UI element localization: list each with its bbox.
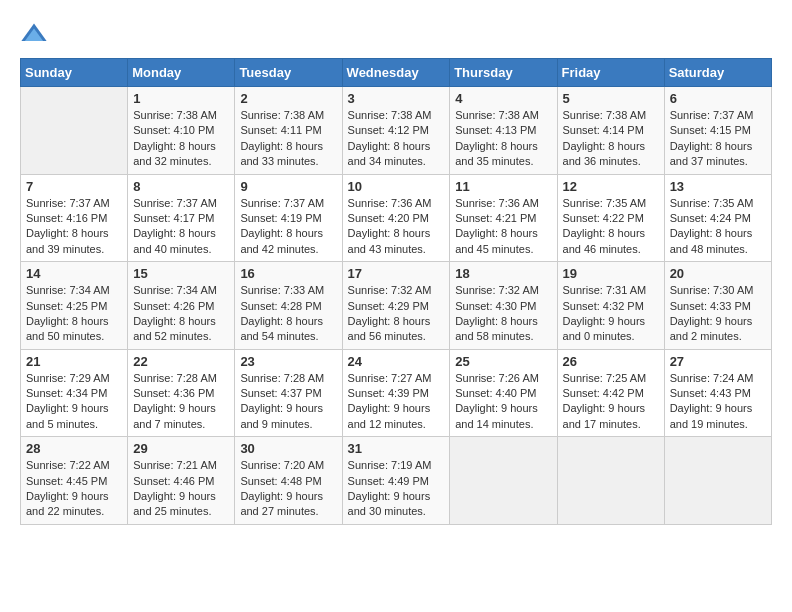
day-info: Sunrise: 7:36 AM Sunset: 4:21 PM Dayligh…	[455, 196, 551, 258]
calendar-cell: 25Sunrise: 7:26 AM Sunset: 4:40 PM Dayli…	[450, 349, 557, 437]
calendar-cell: 17Sunrise: 7:32 AM Sunset: 4:29 PM Dayli…	[342, 262, 450, 350]
calendar-cell: 29Sunrise: 7:21 AM Sunset: 4:46 PM Dayli…	[128, 437, 235, 525]
day-info: Sunrise: 7:38 AM Sunset: 4:11 PM Dayligh…	[240, 108, 336, 170]
day-info: Sunrise: 7:34 AM Sunset: 4:25 PM Dayligh…	[26, 283, 122, 345]
day-info: Sunrise: 7:26 AM Sunset: 4:40 PM Dayligh…	[455, 371, 551, 433]
calendar-table: SundayMondayTuesdayWednesdayThursdayFrid…	[20, 58, 772, 525]
day-number: 29	[133, 441, 229, 456]
day-info: Sunrise: 7:30 AM Sunset: 4:33 PM Dayligh…	[670, 283, 766, 345]
calendar-cell: 16Sunrise: 7:33 AM Sunset: 4:28 PM Dayli…	[235, 262, 342, 350]
day-info: Sunrise: 7:37 AM Sunset: 4:15 PM Dayligh…	[670, 108, 766, 170]
calendar-week-row: 1Sunrise: 7:38 AM Sunset: 4:10 PM Daylig…	[21, 87, 772, 175]
day-number: 22	[133, 354, 229, 369]
day-info: Sunrise: 7:25 AM Sunset: 4:42 PM Dayligh…	[563, 371, 659, 433]
calendar-cell: 9Sunrise: 7:37 AM Sunset: 4:19 PM Daylig…	[235, 174, 342, 262]
calendar-cell: 6Sunrise: 7:37 AM Sunset: 4:15 PM Daylig…	[664, 87, 771, 175]
calendar-week-row: 7Sunrise: 7:37 AM Sunset: 4:16 PM Daylig…	[21, 174, 772, 262]
day-number: 14	[26, 266, 122, 281]
day-info: Sunrise: 7:27 AM Sunset: 4:39 PM Dayligh…	[348, 371, 445, 433]
day-info: Sunrise: 7:22 AM Sunset: 4:45 PM Dayligh…	[26, 458, 122, 520]
day-info: Sunrise: 7:32 AM Sunset: 4:30 PM Dayligh…	[455, 283, 551, 345]
calendar-cell: 2Sunrise: 7:38 AM Sunset: 4:11 PM Daylig…	[235, 87, 342, 175]
day-info: Sunrise: 7:19 AM Sunset: 4:49 PM Dayligh…	[348, 458, 445, 520]
calendar-week-row: 14Sunrise: 7:34 AM Sunset: 4:25 PM Dayli…	[21, 262, 772, 350]
day-info: Sunrise: 7:38 AM Sunset: 4:10 PM Dayligh…	[133, 108, 229, 170]
calendar-cell: 19Sunrise: 7:31 AM Sunset: 4:32 PM Dayli…	[557, 262, 664, 350]
calendar-cell: 22Sunrise: 7:28 AM Sunset: 4:36 PM Dayli…	[128, 349, 235, 437]
calendar-header-wednesday: Wednesday	[342, 59, 450, 87]
day-number: 11	[455, 179, 551, 194]
calendar-cell: 7Sunrise: 7:37 AM Sunset: 4:16 PM Daylig…	[21, 174, 128, 262]
day-info: Sunrise: 7:35 AM Sunset: 4:24 PM Dayligh…	[670, 196, 766, 258]
day-info: Sunrise: 7:24 AM Sunset: 4:43 PM Dayligh…	[670, 371, 766, 433]
day-info: Sunrise: 7:28 AM Sunset: 4:37 PM Dayligh…	[240, 371, 336, 433]
day-info: Sunrise: 7:33 AM Sunset: 4:28 PM Dayligh…	[240, 283, 336, 345]
day-info: Sunrise: 7:32 AM Sunset: 4:29 PM Dayligh…	[348, 283, 445, 345]
calendar-header-monday: Monday	[128, 59, 235, 87]
calendar-cell: 27Sunrise: 7:24 AM Sunset: 4:43 PM Dayli…	[664, 349, 771, 437]
calendar-cell: 30Sunrise: 7:20 AM Sunset: 4:48 PM Dayli…	[235, 437, 342, 525]
day-number: 28	[26, 441, 122, 456]
calendar-cell: 24Sunrise: 7:27 AM Sunset: 4:39 PM Dayli…	[342, 349, 450, 437]
day-info: Sunrise: 7:38 AM Sunset: 4:14 PM Dayligh…	[563, 108, 659, 170]
calendar-cell: 5Sunrise: 7:38 AM Sunset: 4:14 PM Daylig…	[557, 87, 664, 175]
day-number: 30	[240, 441, 336, 456]
day-number: 20	[670, 266, 766, 281]
calendar-header-tuesday: Tuesday	[235, 59, 342, 87]
day-info: Sunrise: 7:20 AM Sunset: 4:48 PM Dayligh…	[240, 458, 336, 520]
calendar-cell: 31Sunrise: 7:19 AM Sunset: 4:49 PM Dayli…	[342, 437, 450, 525]
day-info: Sunrise: 7:34 AM Sunset: 4:26 PM Dayligh…	[133, 283, 229, 345]
day-number: 16	[240, 266, 336, 281]
calendar-cell: 13Sunrise: 7:35 AM Sunset: 4:24 PM Dayli…	[664, 174, 771, 262]
calendar-cell: 23Sunrise: 7:28 AM Sunset: 4:37 PM Dayli…	[235, 349, 342, 437]
calendar-header-thursday: Thursday	[450, 59, 557, 87]
day-info: Sunrise: 7:38 AM Sunset: 4:13 PM Dayligh…	[455, 108, 551, 170]
calendar-week-row: 21Sunrise: 7:29 AM Sunset: 4:34 PM Dayli…	[21, 349, 772, 437]
day-number: 23	[240, 354, 336, 369]
calendar-cell: 8Sunrise: 7:37 AM Sunset: 4:17 PM Daylig…	[128, 174, 235, 262]
day-number: 2	[240, 91, 336, 106]
calendar-cell: 18Sunrise: 7:32 AM Sunset: 4:30 PM Dayli…	[450, 262, 557, 350]
calendar-cell	[664, 437, 771, 525]
day-number: 18	[455, 266, 551, 281]
calendar-cell: 4Sunrise: 7:38 AM Sunset: 4:13 PM Daylig…	[450, 87, 557, 175]
day-number: 17	[348, 266, 445, 281]
day-number: 27	[670, 354, 766, 369]
calendar-cell: 12Sunrise: 7:35 AM Sunset: 4:22 PM Dayli…	[557, 174, 664, 262]
calendar-cell: 26Sunrise: 7:25 AM Sunset: 4:42 PM Dayli…	[557, 349, 664, 437]
day-info: Sunrise: 7:31 AM Sunset: 4:32 PM Dayligh…	[563, 283, 659, 345]
day-info: Sunrise: 7:37 AM Sunset: 4:19 PM Dayligh…	[240, 196, 336, 258]
day-number: 5	[563, 91, 659, 106]
calendar-cell: 3Sunrise: 7:38 AM Sunset: 4:12 PM Daylig…	[342, 87, 450, 175]
day-number: 24	[348, 354, 445, 369]
calendar-cell: 10Sunrise: 7:36 AM Sunset: 4:20 PM Dayli…	[342, 174, 450, 262]
calendar-cell: 28Sunrise: 7:22 AM Sunset: 4:45 PM Dayli…	[21, 437, 128, 525]
day-number: 15	[133, 266, 229, 281]
logo-icon	[20, 20, 48, 48]
logo	[20, 20, 52, 48]
calendar-week-row: 28Sunrise: 7:22 AM Sunset: 4:45 PM Dayli…	[21, 437, 772, 525]
calendar-header-sunday: Sunday	[21, 59, 128, 87]
page-header	[20, 20, 772, 48]
day-info: Sunrise: 7:37 AM Sunset: 4:17 PM Dayligh…	[133, 196, 229, 258]
day-number: 13	[670, 179, 766, 194]
day-info: Sunrise: 7:29 AM Sunset: 4:34 PM Dayligh…	[26, 371, 122, 433]
calendar-cell: 14Sunrise: 7:34 AM Sunset: 4:25 PM Dayli…	[21, 262, 128, 350]
day-number: 3	[348, 91, 445, 106]
day-info: Sunrise: 7:37 AM Sunset: 4:16 PM Dayligh…	[26, 196, 122, 258]
day-number: 9	[240, 179, 336, 194]
day-number: 21	[26, 354, 122, 369]
day-info: Sunrise: 7:36 AM Sunset: 4:20 PM Dayligh…	[348, 196, 445, 258]
calendar-header-saturday: Saturday	[664, 59, 771, 87]
calendar-cell: 21Sunrise: 7:29 AM Sunset: 4:34 PM Dayli…	[21, 349, 128, 437]
calendar-cell	[557, 437, 664, 525]
day-number: 7	[26, 179, 122, 194]
day-number: 25	[455, 354, 551, 369]
calendar-cell: 11Sunrise: 7:36 AM Sunset: 4:21 PM Dayli…	[450, 174, 557, 262]
calendar-cell	[450, 437, 557, 525]
day-number: 8	[133, 179, 229, 194]
day-number: 4	[455, 91, 551, 106]
day-info: Sunrise: 7:38 AM Sunset: 4:12 PM Dayligh…	[348, 108, 445, 170]
calendar-cell	[21, 87, 128, 175]
calendar-header-friday: Friday	[557, 59, 664, 87]
